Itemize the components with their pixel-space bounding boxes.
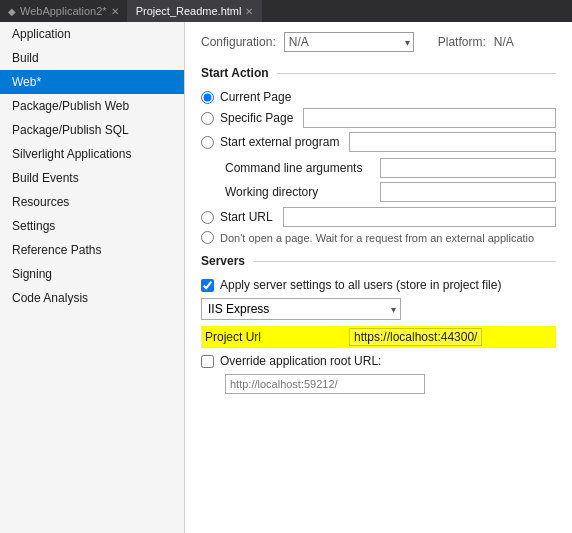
apply-server-checkbox[interactable] xyxy=(201,279,214,292)
servers-title: Servers xyxy=(201,254,245,268)
radio-external-program-label: Start external program xyxy=(220,135,339,149)
sidebar-item-build[interactable]: Build xyxy=(0,46,184,70)
sidebar-item-reference-paths[interactable]: Reference Paths xyxy=(0,238,184,262)
platform-label: Platform: xyxy=(438,35,486,49)
radio-row-start-url: Start URL xyxy=(201,207,556,227)
close-tab-readme[interactable]: ✕ xyxy=(245,6,253,17)
specific-page-input[interactable] xyxy=(303,108,556,128)
project-url-row: Project Url https://localhost:44300/ xyxy=(201,326,556,348)
iis-row: IIS Express xyxy=(201,298,556,320)
tab-readme[interactable]: Project_Readme.html ✕ xyxy=(128,0,263,22)
sidebar-item-settings[interactable]: Settings xyxy=(0,214,184,238)
working-dir-row: Working directory xyxy=(201,182,556,202)
servers-line xyxy=(253,261,556,262)
tab-webapplication[interactable]: ◆ WebApplication2* ✕ xyxy=(0,0,128,22)
sidebar-item-package-web[interactable]: Package/Publish Web xyxy=(0,94,184,118)
cmd-args-input[interactable] xyxy=(380,158,556,178)
iis-select[interactable]: IIS Express xyxy=(201,298,401,320)
apply-server-label: Apply server settings to all users (stor… xyxy=(220,278,501,292)
start-action-line xyxy=(277,73,556,74)
servers-header: Servers xyxy=(201,254,556,268)
sidebar-item-build-events[interactable]: Build Events xyxy=(0,166,184,190)
start-url-input[interactable] xyxy=(283,207,556,227)
dont-open-row: Don't open a page. Wait for a request fr… xyxy=(201,231,556,244)
radio-dont-open[interactable] xyxy=(201,231,214,244)
sidebar-item-resources[interactable]: Resources xyxy=(0,190,184,214)
radio-start-url-label: Start URL xyxy=(220,210,273,224)
override-input[interactable] xyxy=(225,374,425,394)
iis-select-wrapper: IIS Express xyxy=(201,298,401,320)
working-dir-label: Working directory xyxy=(225,185,380,199)
start-action-title: Start Action xyxy=(201,66,269,80)
config-select-wrapper: N/A xyxy=(284,32,414,52)
radio-current-page-label: Current Page xyxy=(220,90,291,104)
cmd-args-label: Command line arguments xyxy=(225,161,380,175)
radio-start-url[interactable] xyxy=(201,211,214,224)
override-input-row xyxy=(201,374,556,394)
radio-row-specific-page: Specific Page xyxy=(201,108,556,128)
override-label: Override application root URL: xyxy=(220,354,381,368)
start-action-header: Start Action xyxy=(201,66,556,80)
tab-icon-webapp: ◆ xyxy=(8,6,16,17)
servers-section: Servers Apply server settings to all use… xyxy=(201,254,556,394)
start-action-radios: Current Page Specific Page Start externa… xyxy=(201,90,556,152)
sidebar-item-silverlight[interactable]: Silverlight Applications xyxy=(0,142,184,166)
config-label: Configuration: xyxy=(201,35,276,49)
dont-open-label: Don't open a page. Wait for a request fr… xyxy=(220,232,534,244)
radio-specific-page[interactable] xyxy=(201,112,214,125)
sidebar-item-application[interactable]: Application xyxy=(0,22,184,46)
tab-label-webapp: WebApplication2* xyxy=(20,5,107,17)
radio-current-page[interactable] xyxy=(201,91,214,104)
sidebar-item-web[interactable]: Web* xyxy=(0,70,184,94)
external-program-input[interactable] xyxy=(349,132,556,152)
radio-row-current-page: Current Page xyxy=(201,90,556,104)
radio-specific-page-label: Specific Page xyxy=(220,111,293,125)
cmd-args-row: Command line arguments xyxy=(201,158,556,178)
apply-server-row: Apply server settings to all users (stor… xyxy=(201,278,556,292)
project-url-value: https://localhost:44300/ xyxy=(349,328,482,346)
config-row: Configuration: N/A Platform: N/A xyxy=(201,32,556,52)
project-url-label: Project Url xyxy=(201,330,341,344)
sidebar-item-signing[interactable]: Signing xyxy=(0,262,184,286)
close-tab-webapp[interactable]: ✕ xyxy=(111,6,119,17)
radio-row-external-program: Start external program xyxy=(201,132,556,152)
content-panel: Configuration: N/A Platform: N/A Start A… xyxy=(185,22,572,533)
title-bar: ◆ WebApplication2* ✕ Project_Readme.html… xyxy=(0,0,572,22)
radio-external-program[interactable] xyxy=(201,136,214,149)
working-dir-input[interactable] xyxy=(380,182,556,202)
main-container: Application Build Web* Package/Publish W… xyxy=(0,22,572,533)
tab-label-readme: Project_Readme.html xyxy=(136,5,242,17)
sidebar-item-package-sql[interactable]: Package/Publish SQL xyxy=(0,118,184,142)
override-checkbox[interactable] xyxy=(201,355,214,368)
platform-value: N/A xyxy=(494,35,514,49)
sidebar: Application Build Web* Package/Publish W… xyxy=(0,22,185,533)
sidebar-item-code-analysis[interactable]: Code Analysis xyxy=(0,286,184,310)
config-select[interactable]: N/A xyxy=(284,32,414,52)
override-row: Override application root URL: xyxy=(201,354,556,368)
